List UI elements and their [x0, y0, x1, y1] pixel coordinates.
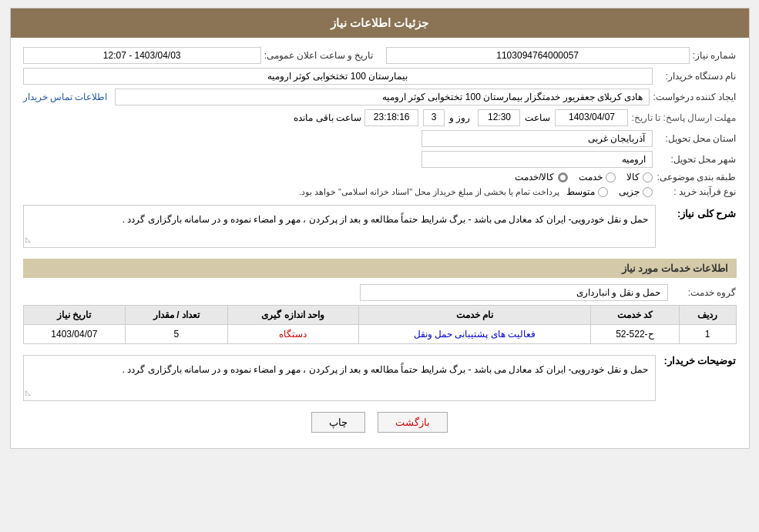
row-service-group: گروه خدمت: حمل و نقل و انبارداری: [23, 284, 737, 301]
process-radio-jozi-label: جزیی: [619, 186, 640, 197]
buyer-desc-box: حمل و نقل خودرویی- ایران کد معادل می باش…: [23, 355, 656, 401]
footer-buttons: بازگشت چاپ: [23, 412, 737, 433]
deadline-label: مهلت ارسال پاسخ: تا تاریخ:: [631, 112, 736, 123]
classify-radio-khedmat-label: خدمت: [579, 172, 603, 182]
process-radio-motevaset-circle: [598, 187, 608, 197]
deadline-days-label: روز و: [449, 112, 470, 123]
service-group-label: گروه خدمت:: [671, 287, 737, 298]
deadline-time: 12:30: [478, 109, 520, 126]
td-service-name[interactable]: فعالیت های پشتیبانی حمل ونقل: [358, 325, 591, 344]
row-deadline: مهلت ارسال پاسخ: تا تاریخ: 1403/04/07 سا…: [23, 109, 737, 126]
page-header: جزئیات اطلاعات نیاز: [11, 8, 749, 38]
row-need-date: شماره نیاز: 1103094764000057 تاریخ و ساع…: [23, 47, 737, 64]
date-label: تاریخ و ساعت اعلان عمومی:: [264, 50, 374, 61]
process-radio-group: جزیی متوسط: [566, 186, 653, 197]
th-date: تاریخ نیاز: [23, 306, 126, 325]
classify-radio-kala-circle: [643, 172, 653, 182]
description-text: حمل و نقل خودرویی- ایران کد معادل می باش…: [123, 214, 649, 225]
classify-radio-kala-khedmat-circle: [558, 172, 568, 182]
deadline-countdown: 23:18:16: [364, 109, 418, 126]
buyer-org-value: بیمارستان 100 تختخوابی کوثر ارومیه: [23, 68, 653, 85]
need-number-label: شماره نیاز:: [693, 50, 737, 61]
description-title: شرح کلی نیاز:: [656, 205, 737, 219]
th-row-num: ردیف: [679, 306, 736, 325]
description-box: حمل و نقل خودرویی- ایران کد معادل می باش…: [23, 205, 656, 248]
process-radio-jozi[interactable]: جزیی: [619, 186, 653, 197]
classify-radio-kala-label: کالا: [626, 172, 640, 182]
contact-link[interactable]: اطلاعات تماس خریدار: [23, 92, 108, 102]
td-date: 1403/04/07: [23, 325, 126, 344]
deadline-time-label: ساعت: [525, 112, 550, 123]
services-table: ردیف کد خدمت نام خدمت واحد اندازه گیری ت…: [23, 305, 737, 344]
service-group-value: حمل و نقل و انبارداری: [360, 284, 668, 301]
buyer-desc-label: توضیحات خریدار:: [656, 352, 737, 366]
city-value: ارومیه: [421, 151, 653, 168]
buyer-desc-text: حمل و نقل خودرویی- ایران کد معادل می باش…: [123, 364, 649, 375]
row-creator: ایجاد کننده درخواست: هادی کربلای جعفریور…: [23, 89, 737, 105]
classify-radio-group: کالا خدمت کالا/خدمت: [515, 172, 652, 182]
row-buyer-org: نام دستگاه خریدار: بیمارستان 100 تختخواب…: [23, 68, 737, 85]
print-button[interactable]: چاپ: [311, 412, 365, 433]
classify-radio-kala-khedmat-label: کالا/خدمت: [515, 172, 554, 182]
date-group: تاریخ و ساعت اعلان عمومی: 1403/04/03 - 1…: [23, 47, 374, 64]
need-number-value: 1103094764000057: [386, 47, 690, 64]
row-classify: طبقه بندی موضوعی: کالا خدمت کالا/خدمت: [23, 172, 737, 182]
buyer-org-label: نام دستگاه خریدار:: [656, 71, 737, 82]
classify-radio-kala[interactable]: کالا: [626, 172, 653, 182]
back-button[interactable]: بازگشت: [378, 412, 448, 433]
content-area: شماره نیاز: 1103094764000057 تاریخ و ساع…: [11, 38, 749, 448]
table-row: 1 ح-522-52 فعالیت های پشتیبانی حمل ونقل …: [23, 325, 736, 344]
province-label: استان محل تحویل:: [656, 133, 737, 144]
classify-radio-khedmat[interactable]: خدمت: [579, 172, 616, 182]
th-service-code: کد خدمت: [591, 306, 679, 325]
process-label: نوع فرآیند خرید :: [656, 186, 737, 197]
td-row-num: 1: [679, 325, 736, 344]
city-label: شهر محل تحویل:: [656, 154, 737, 165]
services-section-title: اطلاعات خدمات مورد نیاز: [23, 259, 737, 278]
resize-handle-buyer: ◺: [25, 387, 31, 399]
process-note: پرداخت تمام یا بخشی از مبلغ خریداز محل "…: [299, 187, 560, 197]
deadline-date: 1403/04/07: [555, 109, 628, 126]
description-section: شرح کلی نیاز: حمل و نقل خودرویی- ایران ک…: [23, 205, 737, 248]
td-quantity: 5: [126, 325, 228, 344]
process-radio-motevaset[interactable]: متوسط: [566, 186, 608, 197]
th-service-name: نام خدمت: [358, 306, 591, 325]
row-city: شهر محل تحویل: ارومیه: [23, 151, 737, 168]
deadline-countdown-label: ساعت باقی مانده: [294, 112, 361, 123]
classify-label: طبقه بندی موضوعی:: [656, 172, 737, 182]
creator-value: هادی کربلای جعفریور خدمتگزار بیمارستان 1…: [115, 89, 650, 105]
date-value: 1403/04/03 - 12:07: [23, 47, 261, 64]
resize-handle-desc: ◺: [25, 234, 31, 246]
page-title: جزئیات اطلاعات نیاز: [331, 16, 428, 29]
th-unit: واحد اندازه گیری: [227, 306, 358, 325]
province-value: آذربایجان غربی: [421, 130, 653, 147]
classify-radio-khedmat-circle: [606, 172, 616, 182]
buyer-desc-section: توضیحات خریدار: حمل و نقل خودرویی- ایران…: [23, 352, 737, 401]
row-process: نوع فرآیند خرید : جزیی متوسط پرداخت تمام…: [23, 186, 737, 197]
process-radio-motevaset-label: متوسط: [566, 186, 595, 197]
td-service-code: ح-522-52: [591, 325, 679, 344]
services-table-header-row: ردیف کد خدمت نام خدمت واحد اندازه گیری ت…: [23, 306, 736, 325]
classify-radio-kala-khedmat[interactable]: کالا/خدمت: [515, 172, 567, 182]
row-province: استان محل تحویل: آذربایجان غربی: [23, 130, 737, 147]
td-unit[interactable]: دستگاه: [227, 325, 358, 344]
process-radio-jozi-circle: [643, 187, 653, 197]
main-container: جزئیات اطلاعات نیاز شماره نیاز: 11030947…: [10, 8, 750, 449]
deadline-days: 3: [423, 109, 445, 126]
need-number-group: شماره نیاز: 1103094764000057: [386, 47, 737, 64]
creator-label: ایجاد کننده درخواست:: [653, 92, 736, 102]
th-quantity: تعداد / مقدار: [126, 306, 228, 325]
